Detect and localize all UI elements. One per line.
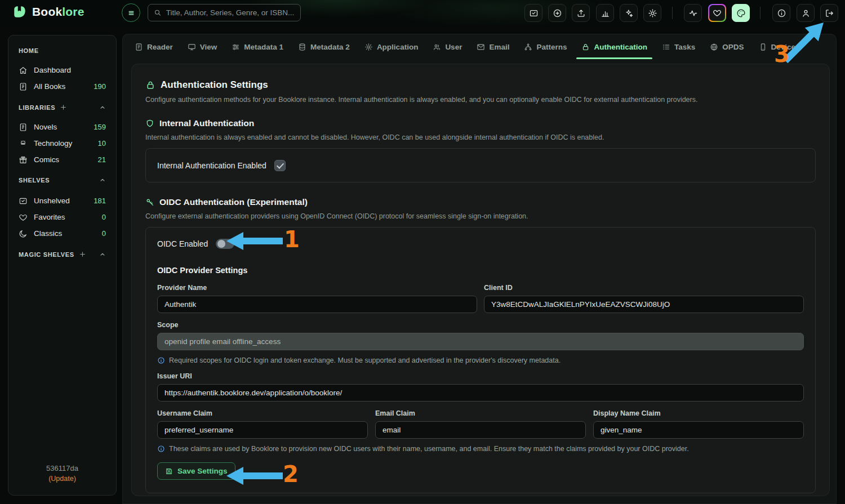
email-claim-label: Email Claim [375,409,586,417]
sidebar-section-home: HOME [8,47,116,54]
count-badge: 0 [102,213,106,221]
key-icon [145,198,154,207]
inbox-check-icon [19,197,28,206]
tab-patterns[interactable]: Patterns [517,34,574,59]
display-name-claim-input[interactable] [593,421,804,439]
annotation-number-3: 3 [774,43,790,65]
sidebar-item-novels[interactable]: Novels 159 [8,119,116,135]
lock-icon [145,80,155,90]
brand-name: Booklore [32,5,84,19]
oidc-enabled-label: OIDC Enabled [157,239,208,248]
save-settings-button[interactable]: Save Settings [157,462,235,480]
count-badge: 190 [94,82,106,91]
claims-help: These claims are used by Booklore to pro… [157,445,804,453]
settings-button[interactable] [643,4,661,22]
activity-button[interactable] [684,4,702,22]
heart-icon [713,8,722,17]
provider-name-label: Provider Name [157,284,477,292]
chevron-up-icon[interactable] [99,177,106,184]
sidebar-section-libraries: LIBRARIES [8,104,116,111]
booklore-app: { "topbar": { "brand_prefix": "Book", "b… [0,0,845,504]
internal-auth-checkbox[interactable] [274,160,286,171]
sidebar: HOME Dashboard All Books 190 LIBRARIES N… [8,35,117,496]
bar-chart-icon [601,8,610,18]
theme-button[interactable] [732,4,750,22]
sidebar-item-dashboard[interactable]: Dashboard [8,62,116,78]
tab-user[interactable]: User [425,34,469,59]
lock-icon [581,43,590,51]
issuer-uri-input[interactable] [157,384,804,402]
tab-metadata-2[interactable]: Metadata 2 [291,34,357,59]
inbox-button[interactable] [524,4,542,22]
info-icon [157,356,165,364]
book-icon [135,43,143,51]
gear-icon [364,43,373,51]
topbar-divider [672,7,673,19]
monitor-icon [188,43,196,51]
update-link[interactable]: (Update) [8,475,116,483]
upload-button[interactable] [572,4,590,22]
chevron-up-icon[interactable] [99,251,106,258]
tab-authentication[interactable]: Authentication [574,34,655,59]
topbar: Booklore [0,0,845,26]
sidebar-item-classics[interactable]: Classics 0 [8,225,116,242]
magic-button[interactable] [620,4,638,22]
stats-button[interactable] [596,4,614,22]
sidebar-toggle-button[interactable] [122,3,140,22]
favorites-button[interactable] [708,4,726,22]
sidebar-item-unshelved[interactable]: Unshelved 181 [8,193,116,209]
brand[interactable]: Booklore [12,5,84,19]
book-icon [19,123,28,132]
username-claim-input[interactable] [157,421,368,439]
users-icon [433,43,441,51]
oidc-provider-settings-title: OIDC Provider Settings [157,266,804,275]
count-badge: 181 [94,197,106,205]
tab-metadata-1[interactable]: Metadata 1 [224,34,291,59]
tab-reader[interactable]: Reader [127,34,180,59]
annotation-number-1: 1 [284,228,300,251]
tab-tasks[interactable]: Tasks [655,34,702,59]
internal-auth-description: Internal authentication is always enable… [145,133,816,141]
sidebar-item-all-books[interactable]: All Books 190 [8,78,116,95]
globe-icon [710,43,718,51]
version-hash: 536117da [8,464,116,472]
heart-icon [19,213,28,222]
sidebar-item-favorites[interactable]: Favorites 0 [8,209,116,225]
search-input[interactable] [166,8,295,17]
display-name-claim-label: Display Name Claim [593,409,804,417]
provider-name-input[interactable] [157,296,477,313]
book-icon [19,82,28,91]
internal-auth-box: Internal Authentication Enabled [145,148,816,182]
email-claim-input[interactable] [375,421,586,439]
issuer-uri-label: Issuer URI [157,372,804,380]
sidebar-section-shelves: SHELVES [8,177,116,184]
tab-opds[interactable]: OPDS [702,34,751,59]
search-bar[interactable] [148,4,301,21]
add-magic-shelf-icon[interactable] [79,251,86,258]
count-badge: 159 [94,123,106,131]
save-icon [165,467,173,475]
moon-icon [19,229,28,238]
oidc-settings-box: OIDC Enabled OIDC Provider Settings Prov… [145,227,816,493]
annotation-arrow-2 [226,466,284,486]
add-button[interactable] [548,4,566,22]
upload-icon [576,8,586,18]
annotation-arrow-1 [226,231,284,251]
sidebar-item-technology[interactable]: Technology 10 [8,135,116,151]
tab-application[interactable]: Application [357,34,426,59]
sidebar-section-magic-shelves: MAGIC SHELVES [8,251,116,258]
mail-icon [477,43,485,51]
add-library-icon[interactable] [60,104,67,111]
client-id-input[interactable] [484,296,804,313]
booklore-logo-icon [12,5,27,19]
chevron-up-icon[interactable] [99,104,106,111]
tab-email[interactable]: Email [469,34,517,59]
sidebar-item-comics[interactable]: Comics 21 [8,151,116,168]
gift-icon [19,155,28,164]
content-panel: Reader View Metadata 1 Metadata 2 Applic… [122,34,837,504]
annotation-number-2: 2 [283,463,299,485]
oidc-auth-description: Configure external authentication provid… [145,212,816,220]
count-badge: 21 [98,155,106,164]
tab-view[interactable]: View [180,34,225,59]
hamburger-icon [126,8,136,18]
